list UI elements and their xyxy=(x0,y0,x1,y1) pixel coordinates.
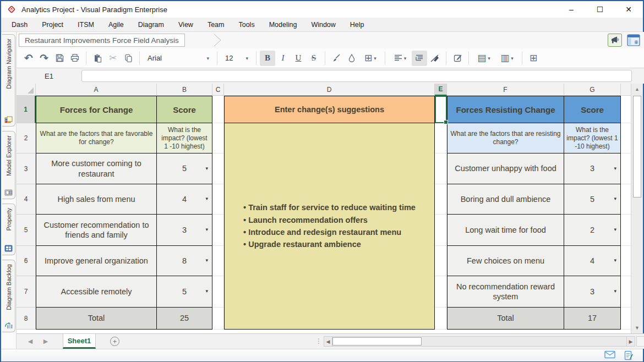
row-header-2[interactable]: 2 xyxy=(17,123,36,153)
fill-color-button[interactable] xyxy=(344,51,359,66)
sidebar-tab-property[interactable]: Property xyxy=(2,204,15,255)
cell-b5-score-dropdown[interactable]: 3▾ xyxy=(157,215,212,246)
brush-button[interactable] xyxy=(329,51,344,66)
prev-sheet-button[interactable]: ◀ xyxy=(23,334,37,349)
redo-button[interactable]: ↷ xyxy=(36,51,52,66)
maximize-button[interactable]: ☐ xyxy=(586,1,614,18)
vertical-align-button[interactable] xyxy=(412,51,427,66)
cell-a7-factor[interactable]: Accessible remotely xyxy=(36,276,157,308)
paste-button[interactable] xyxy=(90,51,105,66)
cell-b4-score-dropdown[interactable]: 4▾ xyxy=(157,184,212,215)
cell-b8-total-value[interactable]: 25 xyxy=(157,308,212,330)
notes-icon[interactable] xyxy=(624,350,633,360)
row-header-1[interactable]: 1 xyxy=(17,96,36,123)
menu-window[interactable]: Window xyxy=(304,18,342,32)
row-header-7[interactable]: 7 xyxy=(17,276,36,308)
underline-button[interactable]: U xyxy=(291,51,306,66)
borders-button[interactable]: ⊞ ▾ xyxy=(359,51,381,66)
next-sheet-button[interactable]: ▶ xyxy=(39,334,53,349)
cell-a6-factor[interactable]: Improve general organization xyxy=(36,246,157,276)
cell-g6-score-dropdown[interactable]: 4▾ xyxy=(564,246,621,276)
copy-button[interactable] xyxy=(121,51,136,66)
cell-a1-forces-for-change[interactable]: Forces for Change xyxy=(36,96,157,123)
cell-g7-score-dropdown[interactable]: 3▾ xyxy=(564,276,621,308)
overflow-menu-icon[interactable]: ⋮ xyxy=(315,337,322,345)
sidebar-tab-diagram-backlog[interactable]: Diagram Backlog xyxy=(2,260,15,332)
row-header-6[interactable]: 6 xyxy=(17,246,36,276)
menu-agile[interactable]: Agile xyxy=(101,18,131,32)
cell-f4-factor[interactable]: Boring and dull ambience xyxy=(447,184,564,215)
menu-view[interactable]: View xyxy=(171,18,200,32)
cell-d1-suggestions-header[interactable]: Enter change(s) suggestions xyxy=(224,96,435,123)
menu-dash[interactable]: Dash xyxy=(4,18,35,32)
row-header-5[interactable]: 5 xyxy=(17,215,36,246)
cell-g3-score-dropdown[interactable]: 3▾ xyxy=(564,153,621,184)
cell-g1-score[interactable]: Score xyxy=(564,96,621,123)
italic-button[interactable]: I xyxy=(275,51,291,66)
sheet-tab-sheet1[interactable]: Sheet1 xyxy=(63,334,96,349)
scroll-up-button[interactable]: ▲ xyxy=(631,84,643,95)
scroll-down-button[interactable]: ▼ xyxy=(631,322,643,333)
edit-cell-button[interactable] xyxy=(450,51,465,66)
row-header-8[interactable]: 8 xyxy=(17,308,36,330)
column-header-c[interactable]: C xyxy=(212,84,224,96)
minimize-button[interactable]: – xyxy=(557,1,586,18)
cell-f7-factor[interactable]: No recommendation reward system xyxy=(447,276,564,308)
sidebar-tab-diagram-navigator[interactable]: Diagram Navigator xyxy=(2,34,15,127)
column-header-b[interactable]: B xyxy=(157,84,212,96)
column-header-a[interactable]: A xyxy=(36,84,157,96)
menu-help[interactable]: Help xyxy=(343,18,372,32)
cell-a3-factor[interactable]: More customer coming to restaurant xyxy=(36,153,157,184)
cell-f1-forces-resisting[interactable]: Forces Resisting Change xyxy=(447,96,564,123)
undo-button[interactable]: ↶ xyxy=(21,51,36,66)
sidebar-tab-model-explorer[interactable]: Model Explorer xyxy=(2,131,15,199)
row-header-4[interactable]: 4 xyxy=(17,184,36,215)
menu-tools[interactable]: Tools xyxy=(231,18,261,32)
print-button[interactable] xyxy=(67,51,83,66)
menu-project[interactable]: Project xyxy=(35,18,70,32)
cell-a4-factor[interactable]: High sales from menu xyxy=(36,184,157,215)
cell-a2-question[interactable]: What are the factors that are favorable … xyxy=(36,123,157,153)
cell-g5-score-dropdown[interactable]: 2▾ xyxy=(564,215,621,246)
cell-f6-factor[interactable]: Few choices on menu xyxy=(447,246,564,276)
cell-c1[interactable] xyxy=(212,96,224,123)
cell-b2-score-question[interactable]: What is the impact? (lowest 1 -10 highes… xyxy=(157,123,212,153)
column-header-e[interactable]: E xyxy=(435,84,447,96)
cell-f5-factor[interactable]: Long wait time for food xyxy=(447,215,564,246)
cell-b6-score-dropdown[interactable]: 8▾ xyxy=(157,246,212,276)
clear-format-button[interactable] xyxy=(427,51,443,66)
font-family-select[interactable]: Arial ▾ xyxy=(143,51,214,65)
diagram-tab[interactable]: Restaurant Improvements Force Field Anal… xyxy=(19,34,185,47)
cell-e1-selected[interactable] xyxy=(435,96,447,123)
horizontal-scroll-thumb[interactable] xyxy=(332,337,422,345)
cell-reference-box[interactable]: E1 xyxy=(17,72,81,80)
cell-a8-total-label[interactable]: Total xyxy=(36,308,157,330)
announcement-button[interactable] xyxy=(608,34,622,47)
font-size-select[interactable]: 12 ▾ xyxy=(221,51,253,65)
menu-diagram[interactable]: Diagram xyxy=(131,18,171,32)
horizontal-scrollbar[interactable]: ◀ ▶ xyxy=(324,336,635,347)
strikethrough-button[interactable]: S xyxy=(306,51,321,66)
add-sheet-button[interactable]: + xyxy=(110,337,119,346)
menu-modeling[interactable]: Modeling xyxy=(262,18,304,32)
cell-b1-score[interactable]: Score xyxy=(157,96,212,123)
vertical-scroll-thumb[interactable] xyxy=(633,96,641,198)
cell-f3-factor[interactable]: Customer unhappy with food xyxy=(447,153,564,184)
bold-button[interactable]: B xyxy=(260,51,275,66)
row-header-3[interactable]: 3 xyxy=(17,153,36,184)
formula-input[interactable] xyxy=(81,70,632,82)
horizontal-align-button[interactable]: ▾ xyxy=(389,51,412,66)
cell-d2-suggestions-body[interactable]: Train staff for service to reduce waitin… xyxy=(224,123,435,330)
cut-button[interactable]: ✂ xyxy=(105,51,121,66)
save-button[interactable] xyxy=(52,51,67,66)
insert-table-button[interactable]: ⊞ xyxy=(526,51,541,66)
close-button[interactable]: ✕ xyxy=(614,1,643,18)
menu-team[interactable]: Team xyxy=(200,18,232,32)
cell-a5-factor[interactable]: Customer recommendation to friends and f… xyxy=(36,215,157,246)
cell-g4-score-dropdown[interactable]: 5▾ xyxy=(564,184,621,215)
cell-g2-score-question[interactable]: What is the impact? (lowest 1 -10 highes… xyxy=(564,123,621,153)
menu-itsm[interactable]: ITSM xyxy=(70,18,101,32)
column-header-g[interactable]: G xyxy=(564,84,621,96)
panel-layout-button[interactable] xyxy=(626,34,641,47)
cell-g8-total-value[interactable]: 17 xyxy=(564,308,621,330)
